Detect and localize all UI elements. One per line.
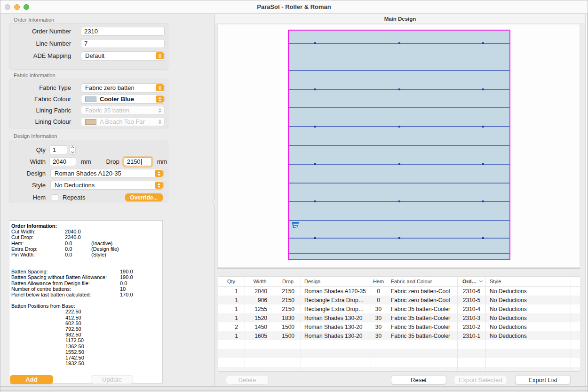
col-header-width[interactable]: Width	[245, 277, 275, 286]
popup-chevrons-icon	[155, 182, 163, 189]
col-header-fabric[interactable]: Fabric and Colour	[386, 277, 458, 286]
table-row[interactable]: 1 2040 2150 Roman Shades A120-35 0 Fabri…	[218, 287, 580, 296]
design-value: Roman Shades A120-35	[55, 170, 121, 177]
batten-line	[289, 145, 509, 146]
batten-position-value: 1552.50	[11, 349, 162, 355]
drop-value: 2150	[127, 158, 141, 165]
hem-checkbox[interactable]	[52, 194, 58, 201]
col-header-design[interactable]: Design	[301, 277, 371, 286]
batten-dot-icon	[314, 200, 316, 202]
order-number-field[interactable]: 2310	[81, 27, 165, 36]
repeats-label: Repeats	[63, 194, 85, 201]
delete-button[interactable]: Delete	[226, 375, 269, 384]
lining-colour-row: Lining Colour A Beach Too Far	[9, 117, 168, 126]
info-line: Batten Spacing without Batten Allowance:…	[11, 274, 162, 280]
qty-field[interactable]: 1	[49, 145, 67, 154]
stepper-icon	[71, 146, 74, 150]
popup-chevrons-icon	[156, 96, 164, 103]
info-line: Batten Spacing: 190.0	[11, 269, 162, 274]
batten-dot-icon	[482, 42, 484, 44]
hem-row: Hem Repeats Override...	[9, 193, 168, 202]
width-field[interactable]: 2040	[49, 157, 76, 166]
batten-dot-icon	[398, 163, 400, 165]
col-header-qty[interactable]: Qty	[218, 277, 245, 286]
fabric-colour-popup[interactable]: Cooler Blue	[81, 95, 165, 104]
ade-mapping-value: Default	[85, 52, 104, 59]
table-empty-row	[218, 349, 580, 358]
fabric-type-popup[interactable]: Fabric zero batten	[81, 83, 165, 92]
reset-button[interactable]: Reset	[391, 375, 446, 384]
table-header: Qty Width Drop Design Hem Fabric and Col…	[218, 277, 580, 287]
drop-label: Drop	[91, 158, 119, 165]
batten-positions-heading: Batten Positions from Base:	[11, 303, 162, 309]
export-list-button[interactable]: Export List	[515, 375, 571, 384]
width-label: Width	[9, 158, 46, 165]
batten-position-value: 1172.50	[11, 337, 162, 343]
col-header-hem[interactable]: Hem	[371, 277, 386, 286]
batten-dot-icon	[398, 88, 400, 90]
add-button[interactable]: Add	[10, 375, 53, 384]
lining-colour-value: A Beach Too Far	[100, 118, 145, 125]
info-line: Cut Drop: 2340.0	[11, 234, 162, 240]
batten-dot-icon	[314, 42, 316, 44]
col-header-style[interactable]: Style	[486, 277, 571, 286]
batten-dot-icon	[482, 237, 484, 239]
shade-rect	[288, 30, 510, 260]
design-popup[interactable]: Roman Shades A120-35	[50, 169, 164, 178]
export-selected-button[interactable]: Export Selected	[454, 375, 507, 384]
stepper-icon	[71, 150, 74, 153]
table-empty-rows	[218, 340, 580, 372]
col-header-ord[interactable]: Ord…	[458, 277, 486, 286]
batten-dot-icon	[482, 200, 484, 202]
lining-colour-swatch	[85, 119, 96, 125]
table-row[interactable]: 1 1605 1500 Roman Shades 130-20 30 Fabri…	[218, 331, 580, 340]
batten-line	[289, 183, 509, 184]
hem-label: Hem	[9, 194, 46, 201]
table-row[interactable]: 1 1520 1830 Roman Shades 130-20 30 Fabri…	[218, 313, 580, 322]
batten-dot-icon	[398, 237, 400, 239]
line-number-field[interactable]: 7	[81, 39, 165, 48]
batten-dot-icon	[398, 200, 400, 202]
ade-mapping-popup[interactable]: Default	[81, 51, 165, 60]
order-number-row: Order Number 2310	[9, 27, 168, 36]
col-header-drop[interactable]: Drop	[275, 277, 301, 286]
fabric-type-label: Fabric Type	[9, 84, 71, 91]
batten-position-value: 982.50	[11, 332, 162, 337]
table-row[interactable]: 1 906 2150 Rectangle Extra Drop… 0 Fabri…	[218, 296, 580, 304]
right-edge-gutter	[585, 14, 588, 386]
info-line: Hem: 0.0 (Inactive)	[11, 240, 162, 246]
order-lines-table: Qty Width Drop Design Hem Fabric and Col…	[218, 276, 580, 372]
info-heading: Order Information:	[11, 223, 65, 229]
fabric-type-row: Fabric Type Fabric zero batten	[9, 83, 168, 92]
table-row[interactable]: 2 1450 1500 Roman Shades 130-20 30 Fabri…	[218, 322, 580, 331]
info-line: Pin Width: 0.0 (Style)	[11, 252, 162, 257]
window-title: ParaSol - Roller & Roman	[0, 3, 588, 10]
batten-position-value: 1362.50	[11, 344, 162, 349]
info-line: Batten Allowance from Design file: 0.0	[11, 280, 162, 286]
batten-position-value: 602.50	[11, 320, 162, 326]
popup-chevrons-icon	[156, 118, 164, 125]
update-button[interactable]: Update	[91, 375, 133, 384]
qty-stepper[interactable]	[70, 145, 76, 154]
width-drop-row: Width 2040 mm Drop 2150 mm	[9, 157, 168, 166]
table-row[interactable]: 1 1255 2150 Rectangle Extra Drop… 30 Fab…	[218, 304, 580, 313]
line-number-label: Line Number	[9, 40, 71, 47]
order-info-textbox[interactable]: Order Information: Cut Width: 2040.0 Cut…	[9, 220, 163, 384]
text-caret	[141, 159, 142, 165]
info-line: Extra Drop: 0.0 (Design file)	[11, 246, 162, 252]
batten-tag-icon	[292, 222, 299, 228]
design-information-group: Qty 1 Width 2040 mm Drop 2150 mm Desi	[9, 140, 168, 203]
fabric-colour-row: Fabric Colour Cooler Blue	[9, 95, 168, 104]
lining-fabric-row: Lining Fabric Fabric 35 batten	[9, 106, 168, 115]
batten-line	[289, 70, 509, 71]
batten-line	[289, 126, 509, 127]
width-unit: mm	[81, 158, 91, 165]
override-button[interactable]: Override...	[125, 193, 163, 201]
drop-field[interactable]: 2150	[124, 157, 152, 166]
style-popup[interactable]: No Deductions	[50, 181, 164, 190]
left-panel: Order Information Order Number 2310 Line…	[0, 14, 215, 386]
section-label-design-information: Design Information	[14, 133, 57, 139]
popup-chevrons-icon	[156, 52, 164, 59]
design-row: Design Roman Shades A120-35	[9, 169, 168, 178]
popup-chevrons-icon	[155, 170, 163, 177]
